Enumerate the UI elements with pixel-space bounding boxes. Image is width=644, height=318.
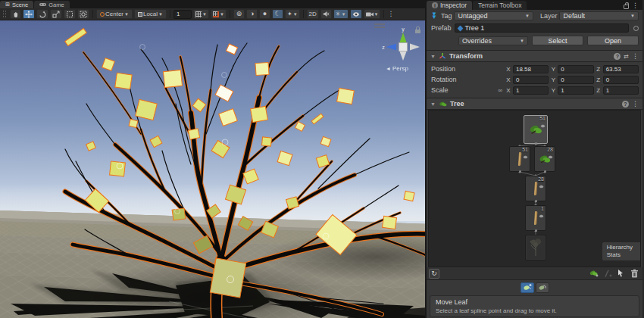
inspector-menu-icon[interactable]: ⋮ [632, 2, 639, 9]
foldout-icon[interactable]: ▼ [430, 101, 436, 107]
help-icon[interactable]: ? [614, 53, 621, 60]
leaf-edit-tools [427, 280, 642, 295]
help-icon[interactable]: ? [622, 101, 629, 108]
pivot-mode-button[interactable]: Center ▼ [96, 9, 133, 19]
unity-editor-window: ⊞ Scene Game Center ▼ [0, 0, 644, 318]
add-leaf-group-button[interactable] [588, 269, 599, 279]
projection-label: ◄Persp [386, 65, 408, 72]
2d-label: 2D [309, 11, 317, 17]
tab-scene-label: Scene [12, 2, 28, 8]
scene-viewport[interactable]: y z ◄Persp [0, 20, 425, 318]
tab-game[interactable]: Game [34, 1, 69, 8]
orientation-mode-button[interactable]: Local ▼ [134, 9, 167, 19]
tree-editor-toolbar: ↻ [427, 267, 642, 280]
prefab-field[interactable]: Tree 1 [455, 23, 629, 33]
2d-toggle-button[interactable]: 2D [307, 9, 319, 19]
tool-help-box: Move Leaf Select a leaf spline point and… [430, 295, 639, 317]
visibility-toggle-button[interactable] [350, 9, 362, 19]
audio-toggle-button[interactable] [320, 9, 332, 19]
scale-z-field[interactable]: 1 [603, 86, 639, 95]
grid-size-field[interactable]: 1 [174, 10, 192, 19]
double-chevron-icon[interactable]: ▼▼ [431, 13, 437, 20]
prefab-target-icon[interactable] [633, 26, 639, 31]
effects-toggle-button[interactable]: ✳▼ [333, 9, 349, 19]
tag-dropdown[interactable]: Untagged▼ [454, 11, 533, 20]
hand-tool-button[interactable] [10, 9, 21, 19]
tab-inspector[interactable]: i Inspector [427, 1, 472, 10]
tree-node-branch-group[interactable]: 51 [509, 146, 530, 172]
tree-node-root[interactable] [525, 235, 546, 260]
game-icon [39, 2, 46, 8]
add-branch-group-button[interactable] [602, 269, 613, 279]
rect-tool-button[interactable] [64, 9, 76, 19]
node-visibility-eye-icon[interactable] [539, 212, 544, 220]
snap-grid-icon [213, 11, 219, 17]
tree-component-header[interactable]: ▼ Tree ? ⋮ [427, 98, 642, 110]
rotation-z-field[interactable]: 0 [603, 76, 639, 84]
flare-toggle-button[interactable]: ✦▼ [285, 9, 300, 19]
scene-filter-button[interactable]: ● [259, 9, 270, 19]
toolbar-drag-handle[interactable] [2, 10, 7, 18]
node-visibility-eye-icon[interactable] [523, 153, 528, 161]
prefab-buttons-row: Overrides▼ Select Open [427, 34, 642, 47]
eye-icon [352, 11, 360, 17]
snap-increment-button[interactable]: ▼ [211, 9, 227, 19]
tree-title: Tree [450, 100, 619, 108]
hierarchy-stats-overlay: Hierarchy Stats [602, 242, 640, 260]
rotation-y-field[interactable]: 0 [558, 76, 593, 84]
camera-icon [366, 11, 374, 17]
lock-icon[interactable] [624, 5, 629, 9]
position-y-field[interactable]: 0 [558, 65, 593, 73]
foldout-icon[interactable]: ▼ [430, 54, 436, 59]
node-visibility-eye-icon[interactable] [539, 182, 544, 190]
transform-tool-button[interactable] [77, 9, 89, 19]
scale-tool-button[interactable] [50, 9, 62, 19]
camera-settings-button[interactable]: ▼ [364, 9, 381, 19]
presets-icon[interactable]: ⇄ [624, 53, 629, 60]
refresh-button[interactable]: ↻ [429, 269, 439, 279]
delete-node-button[interactable] [629, 269, 640, 279]
open-button[interactable]: Open [587, 36, 639, 45]
tool-help-message: Select a leaf spline point and drag to m… [436, 307, 633, 314]
tree-node-leaf-group[interactable]: 51 [524, 115, 548, 144]
move-leaf-tool-button[interactable] [521, 282, 534, 293]
filled-sphere-icon: ● [263, 11, 267, 17]
tree-node-leaf-group[interactable]: 28 [534, 146, 555, 172]
overrides-dropdown[interactable]: Overrides▼ [458, 36, 528, 45]
layer-dropdown[interactable]: Default▼ [559, 11, 639, 20]
speaker-icon [323, 11, 330, 17]
scale-row: Scale ∞ X 1 Y 1 Z 1 [427, 85, 642, 95]
node-visibility-eye-icon[interactable] [540, 122, 546, 129]
tab-terrain-toolbox[interactable]: Terrain Toolbox [473, 1, 527, 10]
prefab-label: Prefab [431, 24, 452, 32]
position-z-field[interactable]: 63.53 [603, 65, 639, 73]
tree-node-branch-group[interactable]: 28 [525, 176, 546, 201]
rotate-leaf-tool-button[interactable] [536, 282, 549, 293]
transform-header[interactable]: ▼ Transform ? ⇄ ⋮ [427, 50, 642, 62]
lighting-toggle-button[interactable]: ☾ [272, 9, 283, 19]
select-button[interactable]: Select [532, 36, 583, 45]
tag-label: Tag [441, 12, 452, 20]
node-visibility-eye-icon[interactable] [548, 153, 553, 161]
tree-root-icon [527, 236, 545, 259]
tab-scene[interactable]: ⊞ Scene [0, 1, 33, 8]
rotation-x-field[interactable]: 0 [513, 76, 549, 84]
tree-node-branch-group[interactable]: 1 [525, 205, 546, 231]
scene-toolbar-menu[interactable]: ⋮ [387, 11, 394, 17]
effects-icon: ✳ [336, 11, 341, 17]
scale-x-field[interactable]: 1 [513, 86, 549, 95]
transform-menu-icon[interactable]: ⋮ [632, 53, 639, 60]
scene-lighting-button[interactable]: ◑ [246, 9, 258, 19]
tree-node-editor[interactable]: 51 51 28 28 [428, 110, 641, 267]
tree-menu-icon[interactable]: ⋮ [632, 101, 639, 108]
duplicate-node-button[interactable] [615, 269, 627, 279]
rotate-tool-button[interactable] [36, 9, 48, 19]
constrain-proportions-icon[interactable]: ∞ [496, 87, 504, 94]
scene-tabbar: ⊞ Scene Game [0, 0, 425, 8]
grid-visibility-button[interactable]: ▼ [193, 9, 209, 19]
shading-mode-button[interactable]: ⊕ [233, 9, 245, 19]
scale-y-field[interactable]: 1 [558, 86, 593, 95]
move-tool-button[interactable] [23, 9, 35, 19]
position-x-field[interactable]: 18.58 [513, 65, 549, 73]
info-icon: i [432, 2, 438, 8]
